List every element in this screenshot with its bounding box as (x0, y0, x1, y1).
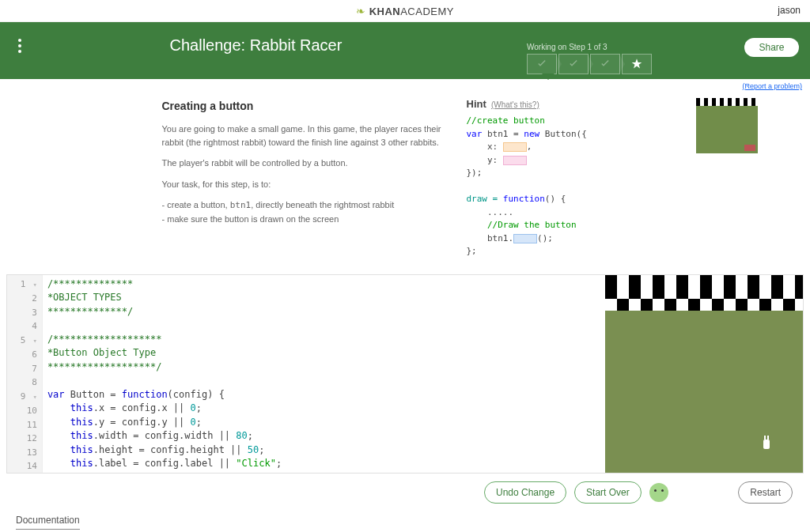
hint-whats-this-link[interactable]: (What's this?) (491, 100, 539, 109)
share-button[interactable]: Share (744, 38, 798, 57)
check-icon (567, 58, 580, 70)
hint-blank-x (503, 142, 527, 152)
code-editor[interactable]: 1 ▾2345 ▾6789 ▾1011121314151617181920 ▾2… (7, 275, 605, 473)
challenge-header: Challenge: Rabbit Racer Share Working on… (0, 22, 810, 79)
instructions-p2: The player's rabbit will be controlled b… (162, 157, 443, 170)
gutter: 1 ▾2345 ▾6789 ▾1011121314151617181920 ▾2… (7, 275, 43, 473)
hint-blank-y (503, 156, 527, 165)
step-2[interactable] (558, 54, 589, 74)
editor: 1 ▾2345 ▾6789 ▾1011121314151617181920 ▾2… (6, 274, 804, 474)
rabbit-icon (763, 440, 770, 449)
documentation-section: Documentation Quick Jump: Shapes, Comple… (16, 515, 794, 533)
step-final[interactable] (622, 54, 652, 74)
report-link[interactable]: (Report a problem) (742, 82, 802, 90)
menu-icon[interactable] (12, 36, 28, 55)
leaf-icon: ❧ (356, 5, 366, 17)
output-canvas (605, 275, 803, 473)
code-content[interactable]: /************** *OBJECT TYPES **********… (43, 275, 350, 473)
hint-code: //create button var btn1 = new Button({ … (467, 115, 672, 258)
restart-button[interactable]: Restart (738, 481, 793, 504)
instructions-p3: Your task, for this step, is to: (162, 178, 443, 191)
start-over-button[interactable]: Start Over (574, 481, 642, 504)
instructions-bullet-2: - make sure the button is drawn on the s… (162, 213, 443, 226)
report-problem: (Report a problem) (0, 79, 810, 90)
step-1[interactable] (527, 54, 557, 74)
logo[interactable]: ❧ KHANACADEMY (356, 5, 454, 17)
instructions-p1: You are going to make a small game. In t… (162, 123, 443, 149)
challenge-title: Challenge: Rabbit Racer (170, 36, 745, 55)
star-icon (630, 58, 643, 70)
logo-light: ACADEMY (400, 6, 454, 17)
preview-thumbnail (696, 98, 759, 258)
instructions: Creating a button You are going to make … (162, 98, 443, 258)
thumb-button-icon (744, 145, 755, 151)
hint-label: Hint (467, 98, 486, 110)
instructions-bullet-1: - create a button, btn1, directly beneat… (162, 198, 443, 213)
step-progress: Working on Step 1 of 3 (527, 43, 652, 74)
username-link[interactable]: jason (778, 5, 801, 16)
top-bar: ❧ KHANACADEMY jason (0, 0, 810, 22)
undo-button[interactable]: Undo Change (484, 481, 566, 504)
instructions-heading: Creating a button (162, 98, 443, 115)
action-bar: Undo Change Start Over Restart (0, 474, 810, 511)
documentation-heading: Documentation (16, 515, 80, 530)
buddy-icon[interactable] (649, 483, 668, 502)
finish-line-icon (605, 275, 803, 299)
finish-line-icon (605, 299, 803, 311)
check-icon (599, 58, 611, 70)
hint-blank-method (513, 234, 537, 243)
check-icon (536, 58, 548, 70)
logo-strong: KHAN (369, 6, 401, 17)
hint-panel: Hint (What's this?) //create button var … (467, 98, 672, 258)
step-3[interactable] (590, 54, 620, 74)
step-label: Working on Step 1 of 3 (527, 43, 652, 51)
